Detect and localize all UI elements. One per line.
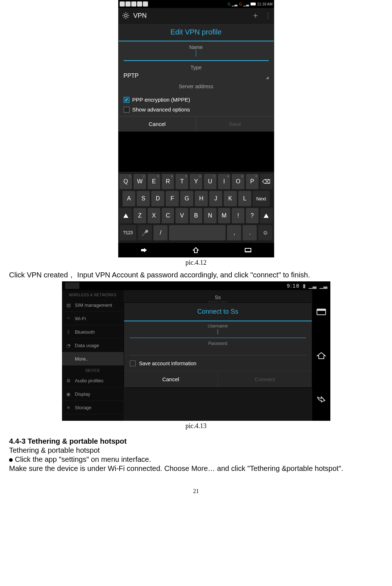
key-e[interactable]: 3E [148,174,160,189]
key-z[interactable]: Z [133,208,146,223]
key-y[interactable]: 6Y [190,174,202,189]
key-m[interactable]: M [218,208,231,223]
key-quest[interactable]: ? [246,208,259,223]
key-w[interactable]: 2W [133,174,146,189]
bullet-1: Click the app "settings" on menu interfa… [9,455,383,464]
caption-2: pic.4.13 [9,422,383,430]
sidebar-section-wireless: WIRELESS & NETWORKS [62,290,124,298]
sidebar-item-label: More.. [75,356,88,362]
key-r[interactable]: 4R [162,174,174,189]
screenshot-vpn-connect: 9:18 ▮ ▁▃ ▁▃ WIRELESS & NETWORKS ▤ SIM m… [62,281,330,421]
svg-rect-2 [317,309,326,311]
key-d[interactable]: D [151,191,164,206]
key-h[interactable]: H [195,191,208,206]
type-select[interactable]: PPTP [119,71,274,81]
recent-icon [245,248,251,252]
key-next[interactable]: Next [253,191,270,206]
nav-back-button[interactable] [118,243,170,257]
password-input[interactable] [130,346,306,355]
sidebar-item-label: Storage [75,405,92,410]
nav-home-button[interactable] [170,243,222,257]
screenshot-vpn-edit: G ▁▃ G ▁▃ 11:18 AM VPN + ⋮ [118,0,274,257]
key-j[interactable]: J [209,191,222,206]
data-usage-icon: ◔ [66,342,71,348]
nav-recent-button[interactable] [314,304,329,320]
sidebar-item-audio[interactable]: ⚙ Audio profiles [62,374,124,387]
advanced-options-checkbox[interactable]: Show advanced options [119,106,274,116]
key-k[interactable]: K [224,191,237,206]
battery-icon [251,3,256,5]
key-backspace[interactable]: ⌫ [260,174,273,189]
key-x[interactable]: X [148,208,160,223]
connect-vpn-dialog: Connect to Ss Username | Password Save a… [124,302,312,388]
signal-g2-icon: G [239,2,242,6]
key-period[interactable]: . [243,225,257,240]
sidebar-item-display[interactable]: ◉ Display [62,387,124,401]
status-bar: 9:18 ▮ ▁▃ ▁▃ [62,281,330,290]
gear-icon[interactable] [122,12,130,20]
key-s[interactable]: S [137,191,150,206]
key-g[interactable]: G [180,191,193,206]
key-q[interactable]: 1Q [119,174,132,189]
bullet-icon [9,458,13,462]
key-u[interactable]: 7U [204,174,216,189]
key-p[interactable]: 0P [246,174,259,189]
overflow-menu-icon[interactable]: ⋮ [265,12,271,20]
add-vpn-icon[interactable]: + [253,11,258,21]
keyboard-row-3: Z X C V B N M ! ? [120,208,273,223]
sidebar-item-sim[interactable]: ▤ SIM management [62,298,124,312]
key-c[interactable]: C [162,208,174,223]
name-input[interactable] [124,50,269,61]
key-o[interactable]: 9O [232,174,244,189]
key-mic[interactable]: 🎤 [138,225,152,240]
nav-recent-button[interactable] [222,243,274,257]
status-notif-icons [120,1,148,7]
key-space[interactable] [169,225,226,240]
save-account-checkbox[interactable]: Save account information [124,356,312,371]
sidebar-item-storage[interactable]: ≡ Storage [62,401,124,414]
key-v[interactable]: V [176,208,188,223]
signal-bars-icon: ▁▃ [232,2,238,6]
key-excl[interactable]: ! [232,208,244,223]
cancel-button[interactable]: Cancel [119,117,196,131]
server-address-label: Server address [124,84,269,89]
key-t[interactable]: 5T [176,174,188,189]
key-n[interactable]: N [204,208,216,223]
section-heading: 4.4-3 Tethering & portable hotspot [9,437,383,445]
sidebar-section-device: DEVICE [62,366,124,374]
caption-1: pic.4.12 [9,259,383,266]
key-shift-right[interactable] [260,208,273,223]
display-icon: ◉ [66,391,71,397]
key-slash[interactable]: / [153,225,168,240]
background-gap [118,132,274,172]
key-a[interactable]: A [123,191,136,206]
key-l[interactable]: L [238,191,251,206]
type-value: PPTP [124,73,139,79]
svg-point-0 [124,14,127,17]
sidebar-item-wifi[interactable]: ⌔ Wi-Fi [62,312,124,325]
key-f[interactable]: F [166,191,179,206]
key-i[interactable]: 8I [218,174,231,189]
key-symbols[interactable]: ?123 [120,225,137,240]
cancel-button[interactable]: Cancel [124,371,218,387]
settings-sidebar: WIRELESS & NETWORKS ▤ SIM management ⌔ W… [62,290,124,421]
paragraph-2: Tethering & portable hotspot [9,445,383,455]
sidebar-item-label: Wi-Fi [75,316,86,321]
username-input[interactable]: | [130,329,306,338]
name-label: Name [124,44,269,50]
ppp-encryption-checkbox[interactable]: ✓ PPP encryption (MPPE) [119,93,274,106]
sidebar-item-more[interactable]: More.. [62,352,124,366]
advanced-options-label: Show advanced options [132,106,190,113]
key-shift-left[interactable] [119,208,132,223]
key-b[interactable]: B [190,208,202,223]
nav-back-button[interactable] [314,391,329,407]
key-comma[interactable]: , [227,225,241,240]
key-emoji[interactable]: ☺ [258,225,272,240]
username-label: Username [130,323,306,329]
appbar-title: VPN [133,12,147,20]
checkbox-unchecked-icon [130,361,136,366]
nav-home-button[interactable] [314,348,329,363]
sidebar-item-data-usage[interactable]: ◔ Data usage [62,339,124,352]
signal2-icon: ▁▃ [319,283,327,289]
sidebar-item-bluetooth[interactable]: ᛒ Bluetooth [62,325,124,339]
